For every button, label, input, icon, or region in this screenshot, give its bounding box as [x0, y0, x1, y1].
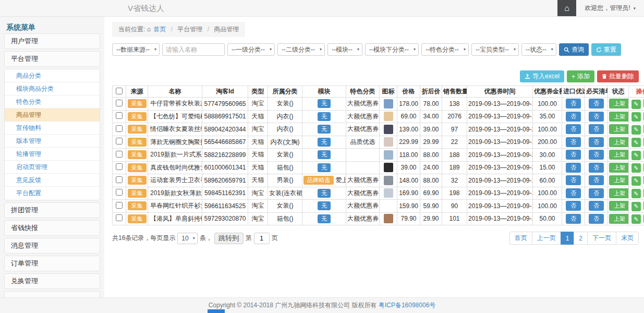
page-last-button[interactable]: 末页: [616, 232, 639, 245]
must-buy-toggle[interactable]: 否: [589, 112, 604, 122]
edit-button[interactable]: ✎: [631, 176, 641, 186]
status-toggle[interactable]: 上架: [609, 150, 629, 160]
must-buy-toggle[interactable]: 否: [589, 214, 604, 224]
edit-button[interactable]: ✎: [631, 189, 641, 198]
import-select-toggle[interactable]: 否: [566, 99, 581, 109]
sidebar-subitem-splash-management[interactable]: 启动页管理: [5, 161, 100, 174]
sidebar-item-clipped[interactable]: [4, 291, 100, 297]
name-search-input[interactable]: [162, 43, 225, 56]
add-button[interactable]: + 添加: [567, 70, 594, 82]
import-select-toggle[interactable]: 否: [566, 175, 581, 185]
search-button[interactable]: 查询: [559, 43, 589, 56]
user-menu[interactable]: 欢迎您，管理员! ▾: [576, 0, 644, 16]
must-buy-toggle[interactable]: 否: [589, 99, 604, 109]
row-checkbox[interactable]: [116, 112, 123, 119]
must-buy-toggle[interactable]: 否: [589, 175, 604, 185]
batch-delete-button[interactable]: 批量删除: [597, 70, 639, 82]
sidebar-item-group-buy[interactable]: 拼团管理: [4, 202, 100, 218]
coupon-amount: 50.00: [533, 212, 562, 225]
must-buy-toggle[interactable]: 否: [589, 201, 604, 211]
jump-button[interactable]: 跳转到: [214, 233, 244, 244]
sidebar-item-order-management[interactable]: 订单管理: [4, 256, 100, 271]
col-discount-price: 折后价: [420, 86, 442, 98]
sidebar-subitem-goods-category[interactable]: 商品分类: [5, 69, 100, 82]
filter-level2-category[interactable]: --二级分类-- ▾: [277, 43, 325, 56]
must-buy-toggle[interactable]: 否: [589, 188, 604, 198]
sidebar-title: 系统菜单: [4, 21, 100, 33]
status-toggle[interactable]: 上架: [609, 201, 629, 211]
status-toggle[interactable]: 上架: [609, 188, 629, 198]
filter-module[interactable]: --模块-- ▾: [327, 43, 362, 56]
row-checkbox[interactable]: [116, 151, 123, 158]
row-checkbox[interactable]: [116, 202, 123, 209]
sidebar-item-platform-management[interactable]: 平台管理: [4, 51, 100, 67]
sidebar-subitem-module-goods-category[interactable]: 模块商品分类: [5, 82, 100, 95]
import-select-toggle[interactable]: 否: [566, 201, 581, 211]
status-toggle[interactable]: 上架: [609, 137, 629, 147]
sidebar-item-message-management[interactable]: 消息管理: [4, 238, 100, 254]
import-select-toggle[interactable]: 否: [566, 124, 581, 134]
page-next-button[interactable]: 下一页: [587, 232, 616, 245]
page-first-button[interactable]: 首页: [509, 232, 532, 245]
must-buy-toggle[interactable]: 否: [589, 137, 604, 147]
import-select-toggle[interactable]: 否: [566, 214, 581, 224]
page-1-button[interactable]: 1: [561, 232, 575, 245]
edit-button[interactable]: ✎: [631, 112, 641, 122]
row-checkbox[interactable]: [116, 163, 123, 170]
sidebar-subitem-featured-category[interactable]: 特色分类: [5, 95, 100, 109]
page-prev-button[interactable]: 上一页: [532, 232, 561, 245]
row-checkbox[interactable]: [116, 138, 123, 145]
import-select-toggle[interactable]: 否: [566, 137, 581, 147]
edit-button[interactable]: ✎: [631, 100, 641, 109]
edit-button[interactable]: ✎: [631, 151, 641, 160]
sidebar-subitem-carousel-management[interactable]: 轮播管理: [5, 148, 100, 161]
breadcrumb-home-link[interactable]: 首页: [153, 26, 166, 33]
page-2-button[interactable]: 2: [574, 232, 588, 245]
filter-special-category[interactable]: --特色分类-- ▾: [421, 43, 469, 56]
row-checkbox[interactable]: [116, 100, 123, 106]
filter-data-source[interactable]: --数据来源-- ▾: [112, 43, 160, 56]
import-select-toggle[interactable]: 否: [566, 112, 581, 122]
edit-button[interactable]: ✎: [631, 163, 641, 173]
status-toggle[interactable]: 上架: [609, 99, 629, 109]
sidebar-item-user-management[interactable]: 用户管理: [4, 33, 100, 49]
sidebar-item-saving-news[interactable]: 省钱快报: [4, 220, 100, 236]
filter-item-type[interactable]: --宝贝类型-- ▾: [471, 43, 519, 56]
sidebar-subitem-platform-config[interactable]: 平台配置: [5, 187, 100, 200]
sidebar-subitem-version-management[interactable]: 版本管理: [5, 135, 100, 148]
must-buy-toggle[interactable]: 否: [589, 163, 604, 173]
status-toggle[interactable]: 上架: [609, 124, 629, 134]
edit-button[interactable]: ✎: [631, 125, 641, 135]
must-buy-toggle[interactable]: 否: [589, 150, 604, 160]
icp-link[interactable]: 粤ICP备16098006号: [379, 302, 435, 309]
row-checkbox[interactable]: [116, 214, 123, 221]
status-toggle[interactable]: 上架: [609, 112, 629, 122]
import-select-toggle[interactable]: 否: [566, 188, 581, 198]
edit-button[interactable]: ✎: [631, 214, 641, 224]
home-button[interactable]: ⌂: [557, 0, 576, 16]
row-checkbox[interactable]: [116, 125, 123, 132]
sidebar-subitem-promo-materials[interactable]: 宣传物料: [5, 122, 100, 135]
must-buy-toggle[interactable]: 否: [589, 124, 604, 134]
per-page-select[interactable]: 10 ▾: [177, 233, 197, 244]
import-select-toggle[interactable]: 否: [566, 163, 581, 173]
edit-icon: ✎: [634, 126, 638, 133]
edit-button[interactable]: ✎: [631, 138, 641, 147]
sidebar-subitem-goods-management[interactable]: 商品管理: [5, 109, 100, 122]
edit-button[interactable]: ✎: [631, 202, 641, 211]
filter-status[interactable]: --状态-- ▾: [521, 43, 556, 56]
row-checkbox[interactable]: [116, 189, 123, 196]
status-toggle[interactable]: 上架: [609, 163, 629, 173]
jump-page-input[interactable]: [254, 233, 270, 244]
select-all-checkbox[interactable]: [116, 88, 123, 94]
reset-button[interactable]: 重置: [591, 43, 621, 56]
import-excel-button[interactable]: 导入excel: [520, 70, 564, 82]
sidebar-item-exchange-management[interactable]: 兑换管理: [4, 273, 100, 289]
filter-module-subcategory[interactable]: --模块下分类-- ▾: [365, 43, 419, 56]
row-checkbox[interactable]: [116, 176, 123, 183]
import-select-toggle[interactable]: 否: [566, 150, 581, 160]
status-toggle[interactable]: 上架: [609, 175, 629, 185]
sidebar-subitem-feedback[interactable]: 意见反馈: [5, 174, 100, 187]
status-toggle[interactable]: 上架: [609, 214, 629, 224]
filter-level1-category[interactable]: --一级分类-- ▾: [227, 43, 275, 56]
